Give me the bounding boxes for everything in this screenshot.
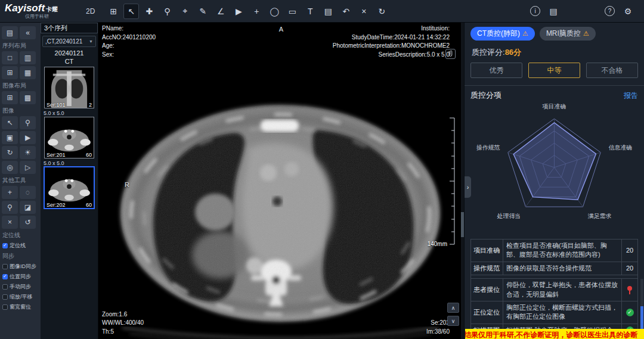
- thumbnail-scout[interactable]: Ser:101 2: [44, 67, 94, 108]
- checkbox-box[interactable]: [2, 284, 8, 290]
- layout-1x2-icon[interactable]: ▥: [20, 51, 36, 64]
- comment-icon[interactable]: ◌: [20, 186, 36, 199]
- overlay-display-info: Zoom:1.6WW/WL:400/40Th:5: [102, 310, 144, 337]
- sidebar-header-icons: ▤«: [2, 26, 39, 39]
- text-annotation-icon[interactable]: T: [302, 4, 318, 19]
- collapse-icon[interactable]: «: [20, 26, 36, 39]
- checkbox-box[interactable]: [2, 264, 8, 269]
- series-caption: 5.0 x 5.0: [44, 160, 95, 166]
- ellipse-roi-icon[interactable]: ◯: [267, 4, 282, 19]
- series-group: 5.0 x 5.0 Ser:201: [41, 110, 98, 158]
- overlay-line: Th:5: [102, 328, 144, 337]
- magnify-report-icon[interactable]: ⚲: [2, 201, 18, 214]
- help-icon[interactable]: ?: [605, 6, 615, 16]
- grid-2x2-icon[interactable]: ⊞: [2, 91, 18, 104]
- angle-icon[interactable]: ∠: [213, 4, 228, 19]
- criterion-score: ✓: [622, 324, 637, 329]
- study-modality: CT: [41, 58, 98, 66]
- score-label: 质控评分:: [472, 48, 505, 57]
- add-annotation-icon[interactable]: +: [249, 4, 264, 19]
- eraser-icon[interactable]: ◪: [20, 201, 36, 214]
- reset-icon[interactable]: ↺: [20, 216, 36, 229]
- delete-icon[interactable]: ×: [2, 216, 18, 229]
- subscores-title: 质控分项: [470, 90, 501, 101]
- series-layout-icon[interactable]: ⊞: [106, 4, 121, 19]
- grid-3x3-icon[interactable]: ▩: [20, 91, 36, 104]
- layout-2x2-icon[interactable]: ⊞: [2, 66, 18, 79]
- overlay-line: WW/WL:400/40: [102, 319, 144, 328]
- thumbnail-series-202[interactable]: Ser:202 60: [44, 167, 94, 209]
- tool-sidebar: ▤«序列布局□▥⊞▦图像布局⊞▩图像↖⚲▣▶↻☀◎▷其他工具+◌⚲◪×↺定位线定…: [0, 23, 41, 339]
- tab-mri-brain-qc[interactable]: MRI脑质控⚠: [540, 27, 596, 41]
- criterion-name: 操作规范: [471, 262, 503, 275]
- overlay-series-info: Se:202Im:38/60: [426, 319, 450, 336]
- probe-icon[interactable]: ▶: [231, 4, 246, 19]
- image-viewer[interactable]: PName:AccNO:2401210200Age:Sex: Institusi…: [98, 23, 464, 339]
- checkbox-label: 缩放/平移: [10, 293, 33, 301]
- image-id-sync-checkbox[interactable]: 图像ID同步: [2, 263, 38, 270]
- rotate-icon[interactable]: ↻: [2, 146, 18, 159]
- zoom-icon[interactable]: ⚲: [159, 4, 175, 19]
- delete-icon[interactable]: ×: [356, 4, 371, 19]
- layout-1x1-icon[interactable]: □: [2, 51, 18, 64]
- locator-line-checkbox[interactable]: 定位线: [2, 242, 38, 250]
- series-group: 5.0 x 5.0 Ser:202: [41, 160, 98, 209]
- overlay-line: Im:38/60: [426, 328, 450, 337]
- group-label-image-layout: 图像布局: [2, 82, 38, 90]
- tab-label: MRI脑质控: [546, 29, 581, 39]
- tab-ct-lung-qc[interactable]: CT质控(肺部)⚠: [470, 27, 535, 41]
- cursor-icon[interactable]: ↖: [123, 4, 139, 19]
- attachment-button[interactable]: [445, 49, 456, 59]
- grade-fail-button[interactable]: 不合格: [586, 63, 638, 78]
- brightness-icon[interactable]: ☀: [20, 146, 36, 159]
- window-sync-checkbox[interactable]: 窗宽窗位: [2, 303, 38, 311]
- study-select[interactable]: ,CT,20240121 ▼: [42, 36, 96, 47]
- settings-icon[interactable]: ⚙: [620, 4, 636, 19]
- layout-3x3-icon[interactable]: ▦: [20, 66, 36, 79]
- thumbnail-series-201[interactable]: Ser:201 60: [44, 117, 94, 158]
- main-area: ▤«序列布局□▥⊞▦图像布局⊞▩图像↖⚲▣▶↻☀◎▷其他工具+◌⚲◪×↺定位线定…: [0, 23, 644, 339]
- add-icon[interactable]: +: [2, 186, 18, 199]
- thumbnail-label: Ser:201 60: [45, 152, 94, 158]
- magnifier-icon[interactable]: ⚲: [20, 116, 36, 129]
- position-sync-checkbox[interactable]: 位置同步: [2, 273, 38, 281]
- target-icon[interactable]: ◎: [2, 161, 18, 174]
- pan-icon[interactable]: ✚: [141, 4, 157, 19]
- qc-criteria-table: 项目准确检查项目是否准确(项目如脑部、胸部、腹部是否在标准的范围内容)20操作规…: [470, 239, 638, 329]
- overlay-line: SeriesDescription:5.0 x 5.0: [333, 51, 450, 60]
- checkbox-box[interactable]: [2, 304, 8, 310]
- rect-roi-icon[interactable]: ▭: [284, 4, 300, 19]
- checkbox-box[interactable]: [2, 294, 8, 300]
- image-scroll-buttons: ∧ ∨: [447, 303, 459, 326]
- report-doc-icon[interactable]: ▤: [546, 4, 561, 19]
- manual-sync-checkbox[interactable]: 手动同步: [2, 283, 38, 291]
- toolbar-right-icon-group: i▤: [526, 4, 562, 19]
- scroll-down-button[interactable]: ∨: [447, 316, 459, 326]
- cursor-icon[interactable]: ↖: [2, 116, 18, 129]
- criterion-score: 20: [622, 262, 637, 275]
- grade-medium-button[interactable]: 中等: [528, 63, 580, 78]
- panel-expand-handle[interactable]: ›: [465, 176, 471, 198]
- copy-icon[interactable]: ▣: [2, 131, 18, 144]
- checkbox-box[interactable]: [2, 243, 8, 248]
- report-link[interactable]: 报告: [624, 91, 638, 101]
- zoom-pan-sync-checkbox[interactable]: 缩放/平移: [2, 293, 38, 301]
- study-title: 20240121 CT: [41, 49, 98, 66]
- warning-icon: ⚠: [583, 30, 589, 38]
- logo: Kayisoft卡耀 仅用于科研: [5, 3, 83, 19]
- panel-icon[interactable]: ▤: [2, 26, 18, 39]
- section-label-sync: 同步: [2, 252, 38, 260]
- scroll-up-button[interactable]: ∧: [447, 303, 459, 313]
- undo-icon[interactable]: ↶: [338, 4, 354, 19]
- radar-label: 操作规范: [476, 144, 500, 151]
- ruler-icon[interactable]: ✎: [195, 4, 210, 19]
- info-icon[interactable]: i: [530, 6, 540, 16]
- send-icon[interactable]: ▶: [20, 131, 36, 144]
- criterion-name: 正位定位: [471, 301, 503, 324]
- localizer-icon[interactable]: ⌖: [177, 4, 193, 19]
- note-icon[interactable]: ▤: [320, 4, 336, 19]
- reset-icon[interactable]: ↻: [374, 4, 389, 19]
- checkbox-box[interactable]: [2, 274, 8, 279]
- cine-play-icon[interactable]: ▷: [20, 161, 36, 174]
- grade-excellent-button[interactable]: 优秀: [470, 63, 522, 78]
